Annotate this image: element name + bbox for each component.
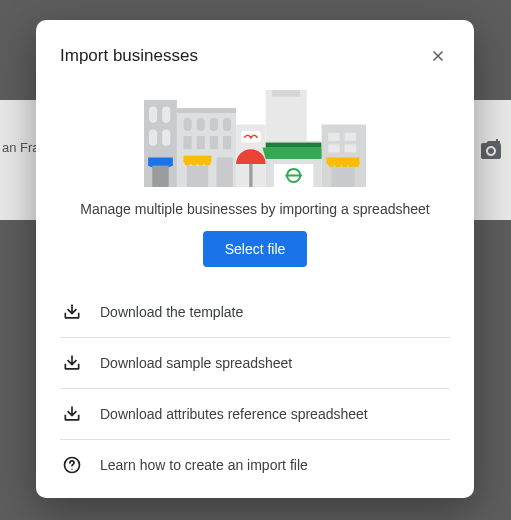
svg-point-42	[341, 161, 348, 168]
download-icon	[62, 302, 82, 322]
svg-point-40	[328, 161, 335, 168]
svg-rect-9	[197, 118, 205, 131]
svg-rect-2	[162, 106, 170, 122]
svg-rect-26	[266, 90, 307, 148]
svg-rect-1	[149, 106, 157, 122]
svg-rect-5	[152, 166, 168, 187]
svg-point-44	[353, 161, 360, 168]
svg-rect-22	[216, 157, 232, 187]
svg-rect-11	[223, 118, 231, 131]
download-attributes-link[interactable]: Download attributes reference spreadshee…	[60, 389, 450, 440]
svg-rect-27	[272, 90, 300, 97]
svg-point-41	[335, 161, 342, 168]
svg-rect-36	[345, 133, 357, 141]
svg-rect-8	[183, 118, 191, 131]
storefront-illustration	[120, 90, 390, 187]
dialog-header: Import businesses	[60, 44, 450, 68]
close-button[interactable]	[426, 44, 450, 68]
learn-how-link[interactable]: Learn how to create an import file	[60, 440, 450, 490]
link-label: Download attributes reference spreadshee…	[100, 406, 368, 422]
camera-add-icon	[479, 138, 503, 162]
svg-point-47	[71, 469, 72, 470]
help-icon	[62, 455, 82, 475]
svg-rect-30	[266, 143, 322, 148]
link-label: Learn how to create an import file	[100, 457, 308, 473]
close-icon	[429, 47, 447, 65]
link-label: Download sample spreadsheet	[100, 355, 292, 371]
svg-rect-7	[177, 108, 236, 113]
download-template-link[interactable]: Download the template	[60, 287, 450, 338]
svg-rect-14	[210, 136, 218, 149]
download-icon	[62, 353, 82, 373]
svg-point-17	[184, 159, 191, 166]
svg-point-20	[204, 159, 211, 166]
svg-rect-37	[328, 144, 340, 152]
dialog-subtitle: Manage multiple businesses by importing …	[60, 201, 450, 217]
download-icon	[62, 404, 82, 424]
svg-marker-29	[262, 148, 324, 160]
dialog-title: Import businesses	[60, 46, 198, 66]
import-businesses-dialog: Import businesses	[36, 20, 474, 498]
svg-point-19	[197, 159, 204, 166]
svg-rect-38	[345, 144, 357, 152]
svg-rect-35	[328, 133, 340, 141]
svg-rect-4	[162, 129, 170, 145]
svg-rect-10	[210, 118, 218, 131]
svg-rect-3	[149, 129, 157, 145]
svg-rect-15	[223, 136, 231, 149]
link-label: Download the template	[100, 304, 243, 320]
select-file-button[interactable]: Select file	[203, 231, 308, 267]
svg-rect-13	[197, 136, 205, 149]
svg-rect-45	[331, 167, 354, 187]
svg-rect-21	[187, 166, 208, 187]
svg-rect-12	[183, 136, 191, 149]
svg-point-18	[191, 159, 198, 166]
download-sample-link[interactable]: Download sample spreadsheet	[60, 338, 450, 389]
background-text-fragment: an Fra	[0, 140, 40, 155]
svg-rect-25	[249, 164, 252, 187]
download-links-list: Download the template Download sample sp…	[60, 287, 450, 490]
